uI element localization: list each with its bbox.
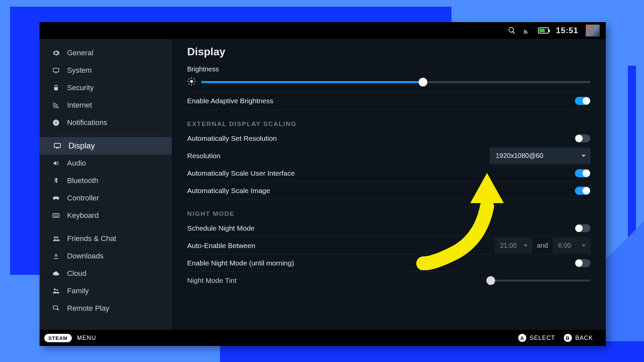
sidebar-item-label: Controller <box>67 194 99 202</box>
controller-icon <box>52 194 60 202</box>
svg-rect-11 <box>58 215 58 215</box>
svg-line-23 <box>189 78 189 79</box>
sidebar-item-label: Bluetooth <box>67 176 98 185</box>
svg-rect-10 <box>56 215 57 215</box>
display-settings-panel: Display Brightness Enable Adaptive Brigh… <box>172 39 606 330</box>
page-title: Display <box>187 46 590 58</box>
chevron-down-icon <box>524 244 528 247</box>
bluetooth-icon <box>52 176 60 185</box>
auto-scale-ui-toggle[interactable] <box>575 169 590 177</box>
sidebar-item-label: Keyboard <box>67 211 99 220</box>
chevron-down-icon <box>582 155 586 157</box>
sidebar-item-keyboard[interactable]: Keyboard <box>40 207 172 224</box>
sidebar-item-label: Family <box>67 287 89 295</box>
audio-icon <box>52 159 60 168</box>
sidebar-item-internet[interactable]: Internet <box>40 97 172 114</box>
enable-until-morning-toggle[interactable] <box>575 259 590 267</box>
adaptive-brightness-label: Enable Adaptive Brightness <box>187 97 273 105</box>
download-icon <box>52 252 60 260</box>
sidebar-item-notifications[interactable]: Notifications <box>40 114 172 131</box>
resolution-dropdown[interactable]: 644x362@60 <box>490 148 590 164</box>
auto-resolution-label: Automatically Set Resolution <box>187 134 277 142</box>
svg-line-25 <box>189 84 189 84</box>
chevron-down-icon <box>582 244 586 247</box>
keyboard-icon <box>52 211 60 220</box>
auto-scale-image-toggle[interactable] <box>575 187 590 195</box>
sidebar-separator <box>51 227 160 227</box>
sidebar-item-bluetooth[interactable]: Bluetooth <box>40 172 172 189</box>
auto-scale-image-label: Automatically Scale Image <box>187 187 270 195</box>
schedule-night-label: Schedule Night Mode <box>187 224 255 232</box>
sidebar-item-display[interactable]: Display <box>40 137 172 155</box>
svg-rect-6 <box>56 148 58 148</box>
gear-icon <box>52 49 60 57</box>
system-icon <box>52 66 60 75</box>
wifi-icon <box>52 101 60 110</box>
sidebar-item-remoteplay[interactable]: Remote Play <box>40 300 172 317</box>
night-to-dropdown[interactable]: 6:00 <box>553 238 590 254</box>
night-tint-label: Night Mode Tint <box>187 277 236 285</box>
svg-point-15 <box>54 289 56 291</box>
display-icon <box>53 141 62 150</box>
steam-button[interactable]: STEAM <box>44 334 72 342</box>
brightness-slider[interactable] <box>187 74 590 92</box>
battery-icon <box>538 27 549 34</box>
search-icon[interactable] <box>508 26 516 35</box>
sidebar-item-label: Audio <box>67 159 86 168</box>
settings-sidebar: General System Security Internet Notific… <box>40 39 172 330</box>
brightness-icon <box>187 77 196 87</box>
status-bar: 15:51 <box>40 22 606 39</box>
family-icon <box>52 287 60 295</box>
sidebar-item-friends[interactable]: Friends & Chat <box>40 230 172 247</box>
sidebar-item-cloud[interactable]: Cloud <box>40 265 172 282</box>
svg-rect-4 <box>56 121 56 122</box>
night-from-value: 21:00 <box>500 242 517 249</box>
avatar[interactable] <box>586 24 600 37</box>
svg-rect-1 <box>55 72 57 73</box>
sidebar-item-label: Remote Play <box>67 304 109 313</box>
schedule-night-toggle[interactable] <box>575 224 590 232</box>
sidebar-item-security[interactable]: Security <box>40 79 172 97</box>
resolution-label: Resolution <box>187 152 220 160</box>
info-icon <box>52 118 60 127</box>
cloud-icon <box>52 269 60 278</box>
section-header-nightmode: NIGHT MODE <box>187 210 590 218</box>
sidebar-separator <box>51 134 160 134</box>
sidebar-item-label: Display <box>68 141 95 150</box>
night-tint-slider[interactable] <box>490 280 590 282</box>
svg-rect-17 <box>53 306 58 309</box>
svg-line-24 <box>194 84 195 84</box>
footer-bar: STEAM MENU A SELECT B BACK <box>40 330 606 346</box>
sidebar-item-family[interactable]: Family <box>40 282 172 300</box>
friends-icon <box>52 234 60 243</box>
svg-rect-5 <box>54 143 60 147</box>
lock-icon <box>52 83 60 92</box>
svg-point-13 <box>54 237 56 239</box>
remoteplay-icon <box>52 304 60 313</box>
sidebar-item-label: System <box>67 66 92 75</box>
sidebar-item-label: Security <box>67 83 94 92</box>
adaptive-brightness-toggle[interactable] <box>575 97 590 105</box>
b-button-icon: B <box>564 334 572 342</box>
night-from-dropdown[interactable]: 21:00 <box>495 238 532 254</box>
svg-rect-9 <box>55 215 56 215</box>
sidebar-item-general[interactable]: General <box>40 44 172 62</box>
sidebar-item-downloads[interactable]: Downloads <box>40 247 172 265</box>
sidebar-item-label: Friends & Chat <box>67 234 116 243</box>
auto-enable-label: Auto-Enable Between <box>187 242 255 250</box>
a-button-icon: A <box>518 334 526 342</box>
svg-line-26 <box>194 78 195 79</box>
sidebar-item-controller[interactable]: Controller <box>40 189 172 207</box>
a-select-hint: A SELECT <box>518 334 555 342</box>
resolution-value: 644x362@60 <box>496 152 543 160</box>
sidebar-item-audio[interactable]: Audio <box>40 155 172 172</box>
clock: 15:51 <box>556 26 578 35</box>
sidebar-item-system[interactable]: System <box>40 62 172 79</box>
sidebar-item-label: Downloads <box>67 252 104 260</box>
svg-point-14 <box>56 237 58 239</box>
enable-until-morning-label: Enable Night Mode (until morning) <box>187 259 294 267</box>
auto-resolution-toggle[interactable] <box>575 134 590 142</box>
cast-icon[interactable] <box>523 27 531 34</box>
brightness-label: Brightness <box>187 65 590 73</box>
night-to-value: 6:00 <box>558 242 571 249</box>
